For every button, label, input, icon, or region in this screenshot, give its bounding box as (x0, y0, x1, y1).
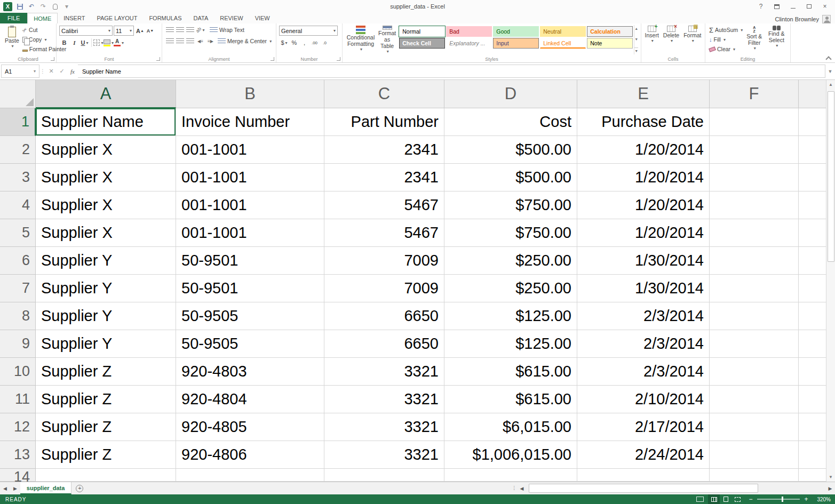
vertical-scroll-track[interactable] (826, 89, 835, 473)
cell-style-check-cell[interactable]: Check Cell (399, 38, 445, 49)
cell-D7[interactable]: $250.00 (444, 275, 577, 302)
cell-D9[interactable]: $125.00 (444, 330, 577, 358)
scroll-down-button[interactable]: ▼ (826, 473, 835, 482)
new-sheet-button[interactable]: + (76, 485, 83, 492)
comma-style-button[interactable]: , (299, 38, 309, 47)
cell-B5[interactable]: 001-1001 (176, 219, 324, 247)
cell-style-neutral[interactable]: Neutral (540, 26, 586, 37)
page-layout-view-button[interactable] (720, 494, 731, 504)
tab-file[interactable]: FILE (0, 13, 27, 23)
cell-A3[interactable]: Supplier X (36, 164, 176, 191)
horizontal-scroll-track[interactable] (527, 482, 825, 494)
cell-D8[interactable]: $125.00 (444, 302, 577, 330)
cell-B10[interactable]: 920-4803 (176, 358, 324, 386)
redo-button[interactable]: ↷ (39, 2, 47, 11)
user-account[interactable]: Clinton Brownley (775, 15, 835, 23)
cell-C12[interactable]: 3321 (324, 413, 444, 441)
underline-button[interactable]: U (79, 38, 90, 47)
collapse-ribbon-button[interactable] (826, 55, 831, 60)
cell-C10[interactable]: 3321 (324, 358, 444, 386)
cell-F2[interactable] (710, 136, 799, 164)
column-header-D[interactable]: D (444, 80, 577, 108)
select-all-button[interactable] (0, 80, 36, 108)
increase-indent-button[interactable]: ≡▶ (205, 36, 216, 46)
font-size-select[interactable]: 11▾ (114, 26, 134, 36)
cell-style-note[interactable]: Note (587, 38, 633, 49)
cell-B9[interactable]: 50-9505 (176, 330, 324, 358)
grow-font-button[interactable]: A▲ (135, 26, 145, 36)
cell-C7[interactable]: 7009 (324, 275, 444, 302)
cell-F5[interactable] (710, 219, 799, 247)
merge-center-button[interactable]: Merge & Center (217, 36, 273, 46)
cell-B1[interactable]: Invoice Number (176, 108, 324, 136)
row-header-11[interactable]: 11 (0, 386, 36, 413)
cell-A6[interactable]: Supplier Y (36, 247, 176, 275)
row-header-4[interactable]: 4 (0, 191, 36, 219)
clipboard-dialog-launcher[interactable] (51, 57, 54, 61)
cell-F1[interactable] (710, 108, 799, 136)
scroll-up-button[interactable]: ▲ (826, 80, 835, 89)
tab-review[interactable]: REVIEW (214, 13, 249, 23)
row-header-6[interactable]: 6 (0, 247, 36, 275)
cell-E1[interactable]: Purchase Date (577, 108, 710, 136)
cell-F8[interactable] (710, 302, 799, 330)
name-box-splitter[interactable]: ⋮ (39, 65, 46, 78)
cell-E10[interactable]: 2/3/2014 (577, 358, 710, 386)
cell-F7[interactable] (710, 275, 799, 302)
font-dialog-launcher[interactable] (156, 57, 160, 61)
gallery-more-button[interactable]: ▼ (634, 47, 638, 53)
cell-D5[interactable]: $750.00 (444, 219, 577, 247)
center-button[interactable] (175, 36, 185, 46)
help-button[interactable]: ? (754, 2, 768, 11)
formula-input[interactable]: Supplier Name (78, 65, 825, 78)
font-color-button[interactable]: A (114, 38, 124, 47)
format-as-table-button[interactable]: Format asTable (376, 25, 398, 54)
cell-E9[interactable]: 2/3/2014 (577, 330, 710, 358)
wrap-text-button[interactable]: Wrap Text (209, 25, 245, 35)
cell-A13[interactable]: Supplier Z (36, 441, 176, 469)
vertical-scroll-thumb[interactable] (828, 91, 834, 262)
cell-B6[interactable]: 50-9501 (176, 247, 324, 275)
align-right-button[interactable] (185, 36, 195, 46)
cell-D1[interactable]: Cost (444, 108, 577, 136)
cell-F6[interactable] (710, 247, 799, 275)
cell-style-input[interactable]: Input (493, 38, 539, 49)
cell-E12[interactable]: 2/17/2014 (577, 413, 710, 441)
tab-data[interactable]: DATA (188, 13, 214, 23)
number-format-select[interactable]: General▾ (279, 26, 338, 36)
cell-F14[interactable] (710, 469, 799, 482)
cell-E5[interactable]: 1/20/2014 (577, 219, 710, 247)
cell-C9[interactable]: 6650 (324, 330, 444, 358)
orientation-button[interactable]: ab (195, 25, 205, 35)
zoom-level[interactable]: 320% (813, 497, 831, 502)
delete-cells-button[interactable]: × Delete (661, 25, 681, 54)
cell-A10[interactable]: Supplier Z (36, 358, 176, 386)
horizontal-scroll-thumb[interactable] (529, 484, 758, 493)
column-header-F[interactable]: F (710, 80, 799, 108)
bottom-align-button[interactable] (185, 25, 195, 35)
fill-color-button[interactable] (104, 38, 114, 47)
row-header-13[interactable]: 13 (0, 441, 36, 469)
zoom-in-button[interactable]: + (803, 495, 809, 503)
row-header-12[interactable]: 12 (0, 413, 36, 441)
cell-C6[interactable]: 7009 (324, 247, 444, 275)
save-button[interactable] (15, 2, 24, 11)
cell-F13[interactable] (710, 441, 799, 469)
percent-style-button[interactable]: % (289, 38, 299, 47)
cell-A1[interactable]: Supplier Name (36, 108, 176, 136)
cell-C8[interactable]: 6650 (324, 302, 444, 330)
cell-D6[interactable]: $250.00 (444, 247, 577, 275)
cell-style-linked-cell[interactable]: Linked Cell (540, 38, 586, 49)
enter-button[interactable]: ✓ (57, 65, 67, 78)
page-break-view-button[interactable] (731, 494, 743, 504)
cell-C14[interactable] (324, 469, 444, 482)
tab-insert[interactable]: INSERT (58, 13, 91, 23)
zoom-out-button[interactable]: − (747, 495, 754, 503)
cell-F12[interactable] (710, 413, 799, 441)
cell-C1[interactable]: Part Number (324, 108, 444, 136)
cell-B4[interactable]: 001-1001 (176, 191, 324, 219)
cell-E7[interactable]: 1/30/2014 (577, 275, 710, 302)
column-header-C[interactable]: C (324, 80, 444, 108)
gallery-up-button[interactable]: ▲ (634, 27, 638, 30)
cell-A2[interactable]: Supplier X (36, 136, 176, 164)
